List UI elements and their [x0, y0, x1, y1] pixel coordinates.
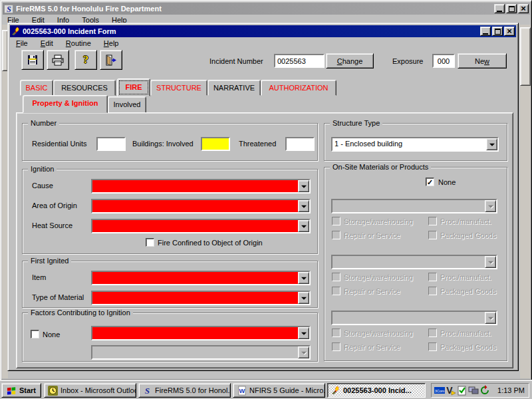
new-button[interactable]: New: [458, 53, 507, 68]
dropdown-button[interactable]: [298, 220, 309, 232]
buildings-involved-field[interactable]: [201, 137, 230, 151]
network-icon[interactable]: [468, 385, 479, 396]
factors-none-checkbox[interactable]: [31, 330, 39, 338]
repair-label: Repair or Service: [344, 231, 400, 239]
firerms-app-icon: S: [4, 4, 14, 14]
item-label: Item: [32, 273, 46, 281]
form-menu-file[interactable]: File: [11, 38, 33, 49]
form-maximize-button[interactable]: [492, 27, 503, 36]
close-icon: [521, 5, 526, 13]
tab-narrative[interactable]: NARRATIVE: [207, 80, 261, 96]
packaged-checkbox-2: [428, 287, 437, 295]
onsite-material-dropdown-1: [331, 199, 497, 213]
3com-icon[interactable]: 3Com: [434, 385, 445, 396]
sync-icon[interactable]: [479, 385, 490, 396]
fire-confined-checkbox[interactable]: [146, 238, 154, 247]
packaged-checkbox-3: [428, 342, 437, 351]
residential-units-field[interactable]: [96, 137, 126, 151]
incident-form-window: 0025563-000 Incident Form File Edit Rout…: [7, 23, 519, 371]
app-maximize-button[interactable]: [506, 4, 517, 13]
tab-basic[interactable]: BASIC: [20, 80, 53, 96]
help-icon: ?: [83, 55, 88, 65]
type-of-material-dropdown[interactable]: [91, 291, 311, 305]
repair-label: Repair or Service: [344, 287, 400, 295]
tab-structure[interactable]: STRUCTURE: [150, 80, 207, 96]
scan-icon[interactable]: [457, 385, 467, 396]
vshield-icon[interactable]: V: [446, 385, 456, 396]
flame-icon: [11, 27, 21, 36]
form-menu-routine[interactable]: Routine: [61, 38, 96, 49]
proc-label: Proc./manufact.: [440, 329, 491, 337]
dropdown-button[interactable]: [298, 292, 309, 304]
ignition-group-title: Ignition: [28, 165, 57, 173]
cause-dropdown[interactable]: [91, 179, 311, 194]
start-button[interactable]: Start: [1, 383, 41, 398]
fire-property-panel: Number Residential Units Buildings: Invo…: [16, 112, 513, 368]
packaged-label: Packaged Goods: [440, 231, 496, 239]
form-menu-edit[interactable]: Edit: [35, 38, 59, 49]
tab-authorization[interactable]: AUTHORIZATION: [261, 80, 336, 96]
proc-checkbox-3: [428, 329, 437, 337]
app-menu-tools[interactable]: Tools: [76, 15, 104, 23]
taskbar-button-firerms[interactable]: S FireRMS 5.0 for Honol...: [138, 383, 231, 398]
item-dropdown[interactable]: [91, 271, 311, 285]
area-of-origin-dropdown[interactable]: [91, 199, 311, 213]
factors-group: Factors Contributing to Ignition None: [22, 313, 318, 362]
save-button[interactable]: [21, 50, 44, 70]
fire-confined-label: Fire Confined to Object of Origin: [158, 239, 263, 247]
print-button[interactable]: [47, 50, 69, 70]
heat-source-dropdown[interactable]: [91, 219, 311, 233]
dropdown-button[interactable]: [298, 200, 309, 212]
factors-none-label: None: [43, 331, 60, 338]
app-menu-edit[interactable]: Edit: [27, 15, 50, 23]
onsite-material-dropdown-3: [331, 311, 497, 325]
taskbar-button-outlook[interactable]: Inbox - Microsoft Outlook: [44, 383, 136, 398]
outlook-icon: [48, 386, 58, 396]
taskbar-button-word[interactable]: W NFIRS 5 Guide - Micro...: [233, 383, 325, 398]
packaged-label: Packaged Goods: [440, 343, 496, 351]
proc-label: Proc./manufact.: [440, 273, 491, 281]
form-menu-help[interactable]: Help: [98, 38, 124, 49]
dropdown-button[interactable]: [298, 180, 309, 192]
dropdown-button: [298, 346, 309, 358]
chevron-down-icon: [301, 186, 307, 188]
scrollbar-thumb[interactable]: [520, 27, 531, 86]
exit-button[interactable]: [100, 50, 122, 70]
threatened-field[interactable]: [285, 137, 315, 151]
structure-type-dropdown[interactable]: 1 - Enclosed building: [331, 137, 499, 152]
mdi-vertical-scrollbar-right[interactable]: [520, 25, 531, 378]
taskbar-button-incident-form[interactable]: 0025563-000 Incid...: [327, 383, 426, 398]
chevron-down-icon: [301, 277, 307, 280]
form-close-button[interactable]: [504, 27, 515, 36]
app-menu-help[interactable]: Help: [106, 15, 132, 23]
subtab-property-ignition[interactable]: Property & Ignition: [23, 95, 108, 113]
help-button[interactable]: ?: [74, 50, 97, 70]
save-icon: [27, 54, 39, 66]
factor1-dropdown[interactable]: [91, 326, 311, 340]
tab-resources[interactable]: RESOURCES: [53, 80, 116, 96]
dropdown-button: [485, 312, 496, 324]
app-menu-file[interactable]: File: [2, 15, 25, 23]
chevron-down-icon: [301, 205, 307, 208]
subtab-involved[interactable]: Involved: [108, 96, 146, 113]
chevron-down-icon: [489, 144, 495, 146]
change-button[interactable]: Change: [326, 53, 374, 68]
app-menu-info[interactable]: Info: [52, 15, 74, 23]
app-minimize-button[interactable]: [494, 4, 505, 13]
exposure-field[interactable]: [432, 54, 455, 68]
onsite-none-checkbox[interactable]: ✓: [426, 178, 434, 186]
incident-number-field[interactable]: [274, 54, 325, 68]
windows-logo-icon: [7, 386, 17, 395]
form-minimize-button[interactable]: [480, 27, 491, 36]
tab-fire[interactable]: FIRE: [117, 78, 150, 96]
dropdown-button[interactable]: [298, 272, 309, 284]
chevron-down-icon: [301, 297, 307, 300]
dropdown-button: [485, 256, 496, 268]
dropdown-button[interactable]: [298, 327, 309, 339]
taskbar: Start Inbox - Microsoft Outlook S FireRM…: [0, 380, 532, 399]
app-close-button[interactable]: [518, 4, 529, 13]
onsite-materials-group: On-Site Materials or Products ✓ None Sto…: [324, 167, 507, 361]
incident-form-title: 0025563-000 Incident Form: [23, 27, 478, 35]
dropdown-button[interactable]: [486, 138, 497, 150]
word-icon: W: [237, 386, 247, 396]
